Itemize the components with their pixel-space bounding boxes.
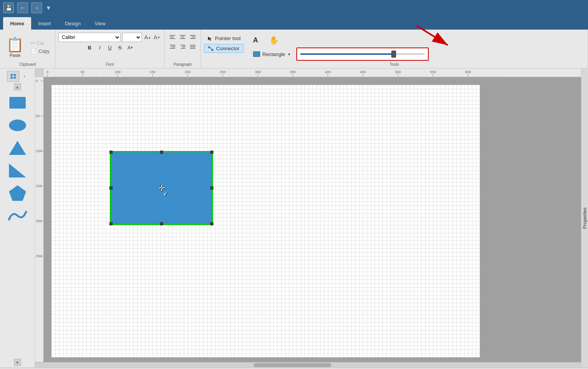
paragraph-content [168, 31, 197, 62]
tools-group-label: Tools [390, 62, 399, 68]
redo-button[interactable]: → [31, 2, 42, 13]
toolbar-expand-button[interactable]: › [21, 71, 28, 82]
tab-view[interactable]: View [88, 17, 113, 30]
font-group: Calibri A▲ A▼ B I U S A ▾ [55, 30, 165, 68]
canvas-container[interactable]: ✛ ↙ [44, 77, 581, 362]
svg-rect-27 [9, 97, 26, 109]
connector-tool-label: Connector [216, 46, 239, 51]
resize-handle-bottom-left[interactable] [109, 222, 113, 225]
left-toolbar: › ▲ [0, 69, 35, 367]
clipboard-content: 📋 Paste ✂ Cut 📄 Copy [3, 31, 52, 62]
pointer-icon [207, 36, 213, 41]
slider-fill [300, 53, 394, 55]
pointer-tool-button[interactable]: Pointer tool [204, 34, 244, 42]
shapes-scroll-down[interactable]: ▼ [14, 359, 21, 366]
resize-handle-top-right[interactable] [210, 151, 213, 154]
properties-panel-label: Properties [582, 207, 588, 229]
tab-design[interactable]: Design [58, 17, 88, 30]
font-style-row: B I U S A ▾ [85, 43, 135, 52]
svg-text:150: 150 [36, 184, 42, 188]
rectangle-select-button[interactable]: Rectangle ▾ [250, 50, 294, 58]
resize-handle-mid-right[interactable] [210, 186, 213, 190]
tools-top-row: A ✋ [250, 34, 429, 46]
ribbon-tabs: Home Insert Design View [0, 16, 588, 30]
indent-right-button[interactable] [178, 42, 187, 51]
selected-shape[interactable]: ✛ ↙ [110, 151, 213, 225]
shape-right-triangle[interactable] [6, 160, 29, 181]
underline-button[interactable]: U [105, 43, 114, 52]
connector-tool-button[interactable]: Connector [204, 44, 244, 53]
shape-slider-row: Rectangle ▾ [250, 47, 429, 61]
font-color-button[interactable]: A ▾ [125, 43, 135, 52]
shape-pentagon[interactable] [6, 183, 29, 203]
shape-triangle[interactable] [6, 138, 29, 158]
tools-left-col: Pointer tool Connector [204, 33, 244, 53]
svg-marker-31 [9, 185, 26, 201]
ruler-horizontal: 050100150200250300350400450500550600 [35, 69, 581, 77]
font-family-select[interactable]: Calibri [58, 33, 121, 42]
shape-arc[interactable] [6, 206, 29, 226]
italic-button[interactable]: I [95, 43, 104, 52]
ruler-h-marks: 050100150200250300350400450500550600 [44, 69, 581, 77]
clipboard-group-label: Clipboard [19, 62, 36, 68]
resize-handle-mid-left[interactable] [109, 186, 113, 190]
font-grow-button[interactable]: A▲ [143, 33, 152, 42]
copy-button[interactable]: 📄 Copy [28, 47, 52, 55]
copy-icon: 📄 [31, 48, 37, 54]
resize-handle-bottom-center[interactable] [160, 222, 163, 225]
align-left-button[interactable] [168, 33, 177, 41]
undo-button[interactable]: ← [17, 2, 28, 13]
slider-thumb[interactable] [391, 51, 396, 58]
svg-text:550: 550 [430, 70, 436, 74]
shapes-list [4, 91, 31, 358]
rectangle-label: Rectangle [262, 51, 285, 57]
canvas-paper: ✛ ↙ [51, 85, 480, 357]
shape-rectangle[interactable] [6, 93, 29, 113]
paste-button[interactable]: 📋 Paste [3, 33, 27, 62]
chevron-down-icon: ▾ [288, 52, 290, 56]
cut-button[interactable]: ✂ Cut [28, 39, 52, 47]
tab-insert[interactable]: Insert [31, 17, 58, 30]
hand-icon: ✋ [269, 35, 279, 45]
hand-tool-button[interactable]: ✋ [266, 34, 282, 46]
font-size-select[interactable] [122, 33, 142, 42]
text-icon: A [253, 36, 258, 44]
svg-rect-26 [14, 77, 16, 79]
svg-rect-24 [14, 74, 16, 76]
align-right-button[interactable] [188, 33, 197, 41]
chevron-down-icon: ▾ [131, 46, 133, 49]
resize-handle-top-left[interactable] [109, 151, 113, 154]
para-align-row-1 [168, 33, 197, 41]
indent-left-button[interactable] [168, 42, 177, 51]
justify-button[interactable] [188, 42, 197, 51]
tools-right-col: A ✋ Rectangle ▾ [250, 33, 429, 61]
resize-handle-top-center[interactable] [160, 151, 163, 154]
save-button[interactable]: 💾 [3, 2, 14, 13]
svg-text:0: 0 [36, 79, 38, 83]
bold-button[interactable]: B [85, 43, 94, 52]
strikethrough-button[interactable]: S [115, 43, 125, 52]
quick-access-dropdown[interactable]: ▾ [45, 2, 52, 14]
align-center-button[interactable] [178, 33, 187, 41]
canvas-area: 050100150200250300350400450500550600 050… [35, 69, 581, 367]
tab-home[interactable]: Home [3, 17, 31, 30]
main-area: › ▲ [0, 69, 588, 367]
svg-rect-25 [11, 77, 13, 79]
svg-line-20 [210, 47, 212, 50]
shape-ellipse[interactable] [6, 115, 29, 135]
text-tool-button[interactable]: A [250, 34, 261, 46]
svg-text:300: 300 [255, 70, 261, 74]
tools-content: Pointer tool Connector A [204, 31, 584, 62]
slider-track [300, 53, 425, 55]
ruler-corner [35, 69, 44, 77]
resize-handle-bottom-right[interactable] [210, 222, 213, 225]
properties-panel[interactable]: Properties [581, 69, 588, 367]
canvas-scrollbar-horizontal [35, 362, 581, 367]
svg-text:100: 100 [36, 149, 42, 153]
font-shrink-button[interactable]: A▼ [153, 33, 161, 42]
shapes-scroll-up[interactable]: ▲ [14, 83, 21, 90]
shape-panel-toggle[interactable] [7, 71, 19, 82]
scrollbar-thumb-h[interactable] [254, 363, 331, 367]
svg-rect-23 [11, 74, 13, 76]
svg-text:450: 450 [360, 70, 366, 74]
